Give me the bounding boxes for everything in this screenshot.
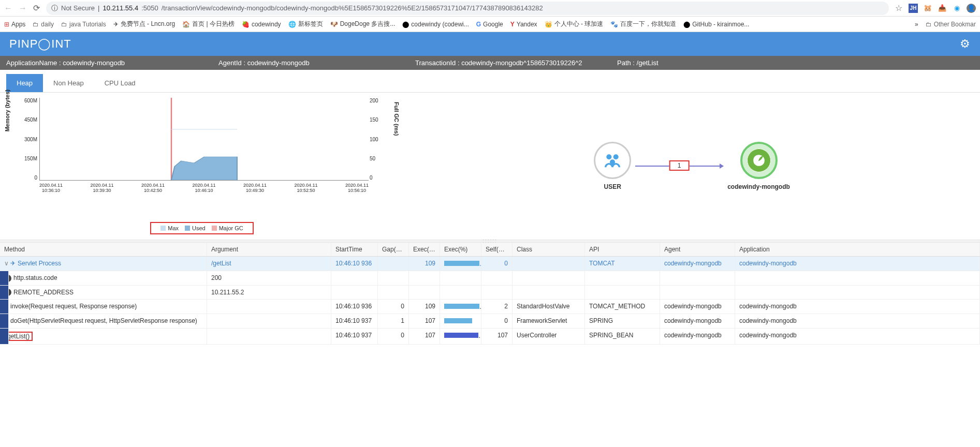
metric-tabs: Heap Non Heap CPU Load <box>0 70 980 93</box>
url-host: 10.211.55.4 <box>103 4 138 12</box>
ext-icon-jh[interactable]: JH <box>909 4 918 13</box>
horizontal-splitter[interactable] <box>0 240 980 243</box>
y2-ticks: 200150100500 <box>370 98 383 181</box>
bookmark-yandex[interactable]: Y Yandex <box>510 21 537 28</box>
legend-item[interactable]: Major GC <box>212 225 243 231</box>
forward-icon[interactable]: → <box>19 4 27 13</box>
bookmark-more[interactable]: » <box>915 21 918 28</box>
calltree-header: Method Argument StartTime Gap(ms) Exec(m… <box>0 243 980 257</box>
table-row[interactable]: iREMOTE_ADDRESS10.211.55.2 <box>0 286 980 300</box>
chart-plot[interactable] <box>39 98 369 181</box>
browser-nav-bar: ← → ⟳ ⓘ Not Secure | 10.211.55.4:5050/tr… <box>0 0 980 17</box>
table-row[interactable]: ∨invoke(Request request, Response respon… <box>0 300 980 314</box>
legend-item[interactable]: Max <box>160 225 179 231</box>
calltree-body: ∨✈Servlet Process/getList10:46:10 936109… <box>0 257 980 345</box>
bookmark-java[interactable]: 🗀 java Tutorials <box>61 21 106 28</box>
bookmark-google[interactable]: G Google <box>476 21 503 28</box>
bookmark-baidu[interactable]: 🐾 百度一下，你就知道 <box>610 20 676 28</box>
col-agent[interactable]: Agent <box>660 243 735 256</box>
topo-app-label: codewindy-mongodb <box>727 183 790 190</box>
users-icon <box>602 150 623 171</box>
table-row[interactable]: ∨doGet(HttpServletRequest request, HttpS… <box>0 314 980 329</box>
bookmark-github[interactable]: ⬤ GitHub - kirainmoe... <box>683 21 749 28</box>
col-gap[interactable]: Gap(ms) <box>378 243 409 256</box>
pinpoint-header: PINP◯INT ⚙ <box>0 32 980 56</box>
bookmark-dogedoge[interactable]: 🐶 DogeDoge 多吉搜... <box>330 20 396 28</box>
path-value: /getList <box>637 59 659 67</box>
txn-id-label: TransactionId : <box>415 59 461 67</box>
bookmark-free[interactable]: ✈ 免费节点 - Lncn.org <box>113 20 175 28</box>
extension-icons: JH 🐹 📥 ◉ 👤 <box>909 4 976 13</box>
tab-cpu-load[interactable]: CPU Load <box>94 74 146 92</box>
col-exec-ms[interactable]: Exec(ms) <box>409 243 440 256</box>
topo-node-user[interactable]: USER <box>594 142 631 190</box>
reload-icon[interactable]: ⟳ <box>33 3 40 13</box>
star-icon[interactable]: ☆ <box>895 3 902 13</box>
apps-button[interactable]: ⊞ Apps <box>4 21 25 28</box>
ext-icon-3[interactable]: 📥 <box>938 4 947 13</box>
chevron-down-icon[interactable]: ∨ <box>4 260 9 267</box>
bookmark-daily[interactable]: 🗀 daily <box>33 21 54 28</box>
heap-chart: Memory (bytes) Full GC (ms) 600M450M300M… <box>0 93 404 240</box>
pinpoint-logo[interactable]: PINP◯INT <box>9 37 71 51</box>
bookmark-home[interactable]: 🏠 首页 | 今日热榜 <box>182 20 235 28</box>
col-argument[interactable]: Argument <box>207 243 331 256</box>
tab-non-heap[interactable]: Non Heap <box>43 74 94 92</box>
other-bookmarks[interactable]: 🗀 Other Bookmar <box>926 21 976 28</box>
svg-point-3 <box>607 154 612 159</box>
spring-icon <box>748 149 770 172</box>
path-label: Path : <box>617 59 637 67</box>
ext-icon-4[interactable]: ◉ <box>952 4 961 13</box>
url-bar[interactable]: ⓘ Not Secure | 10.211.55.4:5050/transact… <box>46 2 889 15</box>
svg-point-4 <box>613 154 619 159</box>
plane-icon: ✈ <box>10 260 16 267</box>
back-icon[interactable]: ← <box>4 4 12 13</box>
main-split: Memory (bytes) Full GC (ms) 600M450M300M… <box>0 93 980 240</box>
gear-icon[interactable]: ⚙ <box>960 37 971 51</box>
col-method[interactable]: Method <box>0 243 207 256</box>
bookmarks-bar: ⊞ Apps 🗀 daily 🗀 java Tutorials ✈ 免费节点 -… <box>0 17 980 32</box>
ext-icon-2[interactable]: 🐹 <box>923 4 932 13</box>
col-self[interactable]: Self(ms) <box>481 243 513 256</box>
profile-icon[interactable]: 👤 <box>967 4 976 13</box>
url-port: :5050 <box>141 4 158 12</box>
bookmark-personal[interactable]: 👑 个人中心 - 球加速 <box>545 20 604 28</box>
tab-heap[interactable]: Heap <box>6 74 43 92</box>
x-ticks: 2020.04.1110:36:102020.04.1110:39:302020… <box>39 183 369 193</box>
not-secure-icon: ⓘ <box>51 4 58 13</box>
method-text: REMOTE_ADDRESS <box>13 289 74 296</box>
topology-map[interactable]: USER 1 codewindy-mongodb <box>404 93 980 240</box>
topo-user-label: USER <box>604 183 621 190</box>
bookmark-newtab[interactable]: 🌐 新标签页 <box>288 20 323 28</box>
bookmark-gh-codewindy[interactable]: ⬤ codewindy (codewi... <box>402 21 469 28</box>
txn-id-value: codewindy-mongodb^1586573019226^2 <box>461 59 582 67</box>
agent-id-label: AgentId : <box>218 59 247 67</box>
agent-id-value: codewindy-mongodb <box>247 59 310 67</box>
col-starttime[interactable]: StartTime <box>331 243 378 256</box>
method-text: Servlet Process <box>18 260 61 267</box>
app-name-value: codewindy-mongodb <box>63 59 125 67</box>
y-ticks: 600M450M300M150M0 <box>21 98 37 181</box>
col-exec-pct[interactable]: Exec(%) <box>440 243 481 256</box>
method-text: http.status.code <box>13 274 57 281</box>
table-row[interactable]: ∨✈Servlet Process/getList10:46:10 936109… <box>0 257 980 271</box>
col-application[interactable]: Application <box>735 243 980 256</box>
y-axis-label: Memory (bytes) <box>4 90 10 131</box>
y2-axis-label: Full GC (ms) <box>393 102 400 136</box>
table-row[interactable]: ihttp.status.code200 <box>0 271 980 286</box>
url-path: /transactionView/codewindy-mongodb/codew… <box>162 4 543 12</box>
col-class[interactable]: Class <box>513 243 585 256</box>
table-row[interactable]: getList()10:46:10 9370107107UserControll… <box>0 329 980 345</box>
method-text: doGet(HttpServletRequest request, HttpSe… <box>10 317 197 324</box>
bookmark-codewindy[interactable]: 🍓 codewindy <box>242 21 281 28</box>
app-name-label: ApplicationName : <box>6 59 63 67</box>
not-secure-label: Not Secure <box>61 4 95 12</box>
method-text: invoke(Request request, Response respons… <box>10 303 137 310</box>
legend-item[interactable]: Used <box>185 225 206 231</box>
col-api[interactable]: API <box>585 243 660 256</box>
info-bar: ApplicationName : codewindy-mongodb Agen… <box>0 56 980 70</box>
topo-link-count: 1 <box>669 160 690 171</box>
topo-node-app[interactable]: codewindy-mongodb <box>727 142 790 190</box>
topo-link[interactable]: 1 <box>635 166 723 167</box>
chart-legend: MaxUsedMajor GC <box>150 222 254 234</box>
